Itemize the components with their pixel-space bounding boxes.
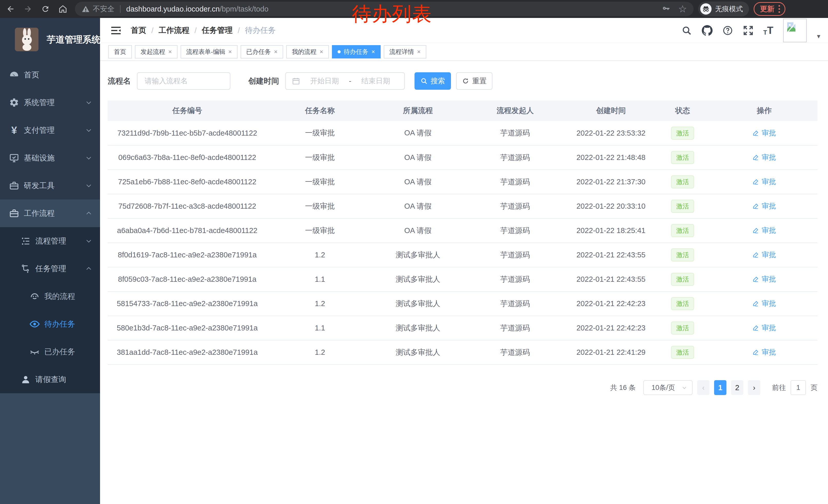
sidebar-item-infrastructure[interactable]: 基础设施 <box>0 144 100 172</box>
flow-branch-icon <box>20 263 31 274</box>
close-icon[interactable]: × <box>417 49 421 55</box>
goto-page-input[interactable] <box>791 380 806 395</box>
font-size-icon[interactable]: TT <box>763 25 773 36</box>
hamburger-icon[interactable] <box>110 25 122 36</box>
sidebar-item-done-tasks[interactable]: 已办任务 <box>0 338 100 366</box>
approve-button[interactable]: 审批 <box>752 226 776 235</box>
page-content: 流程名 创建时间 开始日期 - 结束日期 搜索 重 <box>100 61 828 504</box>
tag-done-tasks[interactable]: 已办任务× <box>241 45 283 58</box>
avatar-caret-icon[interactable]: ▾ <box>817 32 820 40</box>
process-name-input[interactable] <box>137 72 230 90</box>
sidebar-item-dev-tools[interactable]: 研发工具 <box>0 172 100 199</box>
broken-image-icon <box>785 21 797 33</box>
password-key-icon[interactable] <box>662 5 670 13</box>
browser-home-button[interactable] <box>55 2 70 16</box>
sidebar-item-system[interactable]: 系统管理 <box>0 89 100 117</box>
breadcrumb-task-management[interactable]: 任务管理 <box>202 25 233 36</box>
date-range-picker[interactable]: 开始日期 - 结束日期 <box>285 72 405 90</box>
sidebar-filler <box>0 393 100 504</box>
sidebar-item-todo-tasks[interactable]: 待办任务 <box>0 310 100 338</box>
status-badge: 激活 <box>671 297 694 310</box>
approve-button[interactable]: 审批 <box>752 274 776 284</box>
approve-button[interactable]: 审批 <box>752 152 776 162</box>
tag-my-process[interactable]: 我的流程× <box>286 45 329 58</box>
sidebar-item-process-management[interactable]: 流程管理 <box>0 227 100 255</box>
close-icon[interactable]: × <box>371 49 375 55</box>
url-path: /bpm/task/todo <box>219 5 268 13</box>
back-arrow-icon <box>6 5 15 13</box>
approve-button[interactable]: 审批 <box>752 323 776 333</box>
app-logo-row[interactable]: 芋道管理系统 <box>0 18 100 61</box>
approve-button[interactable]: 审批 <box>752 250 776 260</box>
help-icon[interactable] <box>722 25 733 36</box>
app-logo-image <box>15 28 38 51</box>
sidebar-item-payment[interactable]: ¥ 支付管理 <box>0 117 100 144</box>
reset-button[interactable]: 重置 <box>456 72 493 90</box>
approve-button[interactable]: 审批 <box>752 299 776 308</box>
header-search-icon[interactable] <box>681 25 692 36</box>
approve-button[interactable]: 审批 <box>752 177 776 187</box>
prev-page-button[interactable]: ‹ <box>697 380 709 395</box>
edit-pen-icon <box>752 325 759 331</box>
github-icon[interactable] <box>702 25 713 36</box>
address-separator <box>120 5 121 13</box>
chevron-down-icon <box>85 182 92 189</box>
approve-button[interactable]: 审批 <box>752 201 776 211</box>
sidebar-item-home[interactable]: 首页 <box>0 61 100 89</box>
sidebar-item-task-management[interactable]: 任务管理 <box>0 255 100 282</box>
end-date-placeholder[interactable]: 结束日期 <box>354 76 398 86</box>
approve-button[interactable]: 审批 <box>752 128 776 138</box>
sidebar-item-workflow[interactable]: 工作流程 <box>0 199 100 227</box>
page-size-select[interactable]: 10条/页 <box>643 380 693 395</box>
tag-todo-tasks[interactable]: 待办任务× <box>332 45 381 58</box>
user-avatar[interactable] <box>783 19 807 42</box>
incognito-icon <box>700 3 711 15</box>
table-row: a6aba0a4-7b6d-11ec-b781-acde48001122一级审批… <box>108 218 818 243</box>
status-badge: 激活 <box>671 200 694 213</box>
col-actions: 操作 <box>711 100 818 121</box>
browser-menu-icon[interactable] <box>779 5 780 13</box>
tag-form-edit[interactable]: 流程表单-编辑× <box>180 45 238 58</box>
close-icon[interactable]: × <box>228 49 232 55</box>
close-icon[interactable]: × <box>168 49 172 55</box>
sidebar-item-my-process[interactable]: 我的流程 <box>0 282 100 310</box>
not-secure-warning-icon <box>82 5 90 13</box>
browser-reload-button[interactable] <box>38 2 53 16</box>
close-icon[interactable]: × <box>274 49 278 55</box>
tag-start-process[interactable]: 发起流程× <box>135 45 177 58</box>
close-icon[interactable]: × <box>320 49 323 55</box>
start-date-placeholder[interactable]: 开始日期 <box>302 76 347 86</box>
tag-process-detail[interactable]: 流程详情× <box>384 45 426 58</box>
face-icon <box>29 291 40 302</box>
col-task-name: 任务名称 <box>267 100 373 121</box>
breadcrumb-workflow[interactable]: 工作流程 <box>159 25 189 36</box>
approve-button[interactable]: 审批 <box>752 348 776 357</box>
chevron-up-icon <box>85 210 92 217</box>
person-icon <box>20 374 31 385</box>
next-page-button[interactable]: › <box>748 380 760 395</box>
status-badge: 激活 <box>671 321 694 334</box>
tags-view-bar: 首页 发起流程× 流程表单-编辑× 已办任务× 我的流程× 待办任务× 流程详情… <box>100 43 828 61</box>
bookmark-star-icon[interactable]: ☆ <box>678 4 687 14</box>
chevron-down-icon <box>85 154 92 162</box>
status-badge: 激活 <box>671 224 694 237</box>
security-label: 不安全 <box>93 4 114 14</box>
browser-forward-button[interactable] <box>20 2 35 16</box>
tag-home[interactable]: 首页 <box>108 45 132 58</box>
process-name-label: 流程名 <box>108 76 131 86</box>
status-badge: 激活 <box>671 127 694 140</box>
search-button[interactable]: 搜索 <box>415 72 451 90</box>
screenshot-root: 待办列表 不安全 dashboard.yudao.iocoder.cn/bpm/… <box>0 0 828 504</box>
chevron-up-icon <box>85 265 92 272</box>
breadcrumb: 首页 / 工作流程 / 任务管理 / 待办任务 <box>131 25 276 36</box>
chevron-down-icon <box>681 384 688 391</box>
page-button-2[interactable]: 2 <box>731 380 743 395</box>
col-starter: 流程发起人 <box>462 100 568 121</box>
edit-pen-icon <box>752 251 759 258</box>
browser-back-button[interactable] <box>3 2 18 16</box>
fullscreen-icon[interactable] <box>743 25 754 36</box>
browser-update-button[interactable]: 更新 <box>754 2 785 16</box>
sidebar-item-leave-query[interactable]: 请假查询 <box>0 366 100 393</box>
breadcrumb-home[interactable]: 首页 <box>131 25 146 36</box>
page-button-1[interactable]: 1 <box>714 380 727 395</box>
